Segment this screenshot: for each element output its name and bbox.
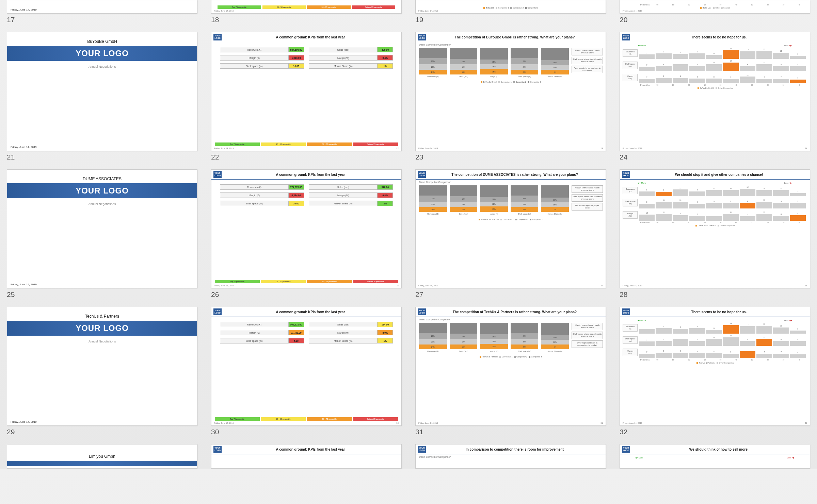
slide-thumbnail[interactable]: Friday, June 14, 201917	[7, 0, 197, 24]
slide-canvas: YOURLOGOWe should stop it and give other…	[620, 169, 810, 288]
chart-legend: BuYouBe GmbH Competitor 1 Competitor 2 C…	[416, 80, 606, 83]
percentile-bar: 10	[773, 190, 789, 196]
slide-thumbnail[interactable]: YOURLOGOThe competition of BuYouBe GmbH …	[415, 32, 606, 161]
footer-date: Friday, June 14, 2019	[11, 420, 37, 423]
logo-badge: YOURLOGO	[213, 34, 222, 40]
bar-segment: 24%	[419, 345, 447, 349]
slide-header: YOURLOGOThere seems to be no hope for us…	[620, 307, 810, 317]
kpi-legend: Top 75 percentile25 - 50 percentile50 - …	[214, 5, 399, 9]
stacked-bar-chart: 20%20%24%Revenues (€)19%19%15%Sales (pcs…	[418, 48, 570, 80]
percentile-bar: 13	[756, 326, 772, 334]
slide-thumbnail[interactable]: YOURLOGOWe should stop it and give other…	[620, 169, 810, 299]
percentile-body: ◀━ MoreLess ━▶Revenues(€)79896141213105S…	[620, 42, 810, 89]
kpi-label: Revenues (€)	[220, 185, 289, 189]
percentile-bar: 9	[790, 203, 806, 208]
slide-thumbnail[interactable]: YOURLOGOWe should think of how to sell m…	[620, 444, 810, 469]
bar-segment: 20%	[511, 333, 539, 339]
slide-thumbnail[interactable]: TechUs & PartnersYOUR LOGOAnnual Negotia…	[7, 307, 197, 436]
percentile-row: Margin(%)79988711776	[623, 72, 807, 83]
slide-title: There seems to be no hope for us.	[630, 35, 808, 39]
slide-thumbnail[interactable]: Bidka Ltd. Competitor 1 Competitor 2 Com…	[415, 0, 606, 24]
slide-thumbnail[interactable]: YOURLOGOThere seems to be no hope for us…	[620, 307, 810, 436]
bar-segment: 19%	[450, 334, 478, 339]
percentile-bar: 11	[706, 339, 722, 346]
percentile-bar: 11	[756, 64, 772, 71]
bar-segment: 15%	[450, 207, 478, 212]
comp-body: 20%20%24%Revenues (€)19%19%15%Sales (pcs…	[416, 321, 606, 355]
insight-box: Under average margin per piece	[572, 203, 603, 211]
slide-thumbnail[interactable]: BuYouBe GmbHYOUR LOGOAnnual Negotiations…	[7, 32, 197, 161]
logo-badge: YOURLOGO	[622, 446, 630, 453]
percentile-bar: 11	[673, 202, 688, 208]
footer-date: Friday, June 14, 2019	[418, 147, 438, 149]
footer-date: Friday, June 14, 2019	[11, 8, 37, 11]
slide-thumbnail[interactable]: YOURLOGOA common ground: KPIs from the l…	[211, 307, 402, 436]
footer-page: 24	[805, 147, 807, 149]
footer-page: 30	[396, 422, 399, 424]
axis-label: Margin (€)	[490, 75, 498, 79]
slide-number: 24	[620, 153, 810, 161]
kpi-row: Margin (%)0.8%	[309, 192, 393, 198]
kpi-row: Market Share (%)2%	[309, 201, 393, 206]
slide-header: YOURLOGOThe competition of BuYouBe GmbH …	[416, 32, 606, 42]
bar-segment: 16%	[541, 65, 569, 70]
slide-canvas: YOURLOGOThere seems to be no hope for us…	[620, 32, 810, 151]
chart-subtitle: Direct Competitor Comparison	[416, 180, 606, 183]
slide-thumbnail[interactable]: Top 75 percentile25 - 50 percentile50 - …	[211, 0, 402, 24]
slide-thumbnail[interactable]: Percentiles9080706050403020100 Bidka Ltd…	[620, 0, 810, 24]
slide-header: YOURLOGOA common ground: KPIs from the l…	[211, 32, 401, 42]
slide-thumbnail[interactable]: YOURLOGOThe competition of DUME ASSOCIAT…	[415, 169, 606, 299]
kpi-row: Revenues (€)562,221.00	[220, 322, 304, 327]
kpi-label: Margin (%)	[309, 330, 378, 335]
legend-item: 25 - 50 percentile	[261, 417, 306, 421]
legend-item: Bottom 25 percentile	[353, 142, 398, 146]
percentile-bar: 8	[673, 329, 688, 334]
slide-thumbnail[interactable]: YOURLOGOA common ground: KPIs from the l…	[211, 169, 402, 299]
slide-number: 25	[7, 290, 197, 299]
bar-segment: 19%	[450, 339, 478, 345]
kpi-label: Sales (pcs)	[309, 47, 378, 52]
slide-thumbnail[interactable]: DUME ASSOCIATESYOUR LOGOAnnual Negotiati…	[7, 169, 197, 299]
bar-segment	[419, 185, 447, 196]
slide-thumbnail[interactable]: YOURLOGOIn comparison to competition the…	[415, 444, 606, 469]
axis-label: Revenues (€)	[427, 350, 438, 354]
logo-band: YOUR LOGO	[7, 321, 197, 336]
slide-number: 18	[211, 16, 402, 24]
bar-segment: 20%	[419, 58, 447, 64]
slide-subtitle: Annual Negotiations	[7, 202, 197, 206]
axis-label: Margin (€)	[490, 213, 498, 216]
bar-segment: 20%	[511, 207, 539, 212]
legend-item: Bottom 25 percentile	[353, 417, 398, 421]
slide-canvas: YOURLOGOA common ground: KPIs from the l…	[211, 169, 402, 288]
slide-title: There seems to be no hope for us.	[630, 310, 808, 314]
slide-thumbnail[interactable]: YOURLOGOThe competition of TechUs & Part…	[415, 307, 606, 436]
bar-segment	[511, 185, 539, 196]
percentile-bar: 11	[756, 214, 772, 221]
percentile-bar: 6	[706, 55, 722, 59]
bar-segment	[450, 323, 478, 334]
slide-thumbnail[interactable]: YOURLOGOA common ground: KPIs from the l…	[211, 444, 402, 469]
slide-thumbnail[interactable]: Limiyou Gmbh	[7, 444, 197, 469]
bar-segment	[541, 185, 569, 198]
slide-header: YOURLOGOIn comparison to competition the…	[416, 444, 606, 454]
bar-segment: 20%	[419, 333, 447, 339]
axis-label: Shelf space (m)	[518, 350, 531, 354]
percentile-bar: 8	[639, 191, 655, 196]
kpi-row: Margin (%)0.4%	[309, 55, 393, 61]
percentile-bar: 6	[706, 330, 722, 334]
slide-thumbnail[interactable]: YOURLOGOThere seems to be no hope for us…	[620, 32, 810, 161]
percentile-bar: 7	[639, 67, 655, 71]
footer-date: Friday, June 14, 2019	[623, 422, 642, 424]
slide-thumbnail[interactable]: YOURLOGOA common ground: KPIs from the l…	[211, 32, 402, 161]
slide-canvas: TechUs & PartnersYOUR LOGOAnnual Negotia…	[7, 307, 197, 426]
slide-number: 19	[415, 16, 606, 24]
slide-canvas: YOURLOGOIn comparison to competition the…	[415, 444, 606, 469]
legend-item: Top 75 percentile	[215, 417, 260, 421]
slide-number: 32	[620, 428, 810, 436]
kpi-value: 2%	[378, 201, 393, 206]
kpi-label: Margin (€)	[220, 330, 289, 335]
company-name: BuYouBe GmbH	[7, 39, 197, 44]
logo-band: YOUR LOGO	[7, 183, 197, 198]
bar-segment: 15%	[450, 345, 478, 349]
kpi-row: Shelf space (m)10.00	[220, 201, 304, 206]
